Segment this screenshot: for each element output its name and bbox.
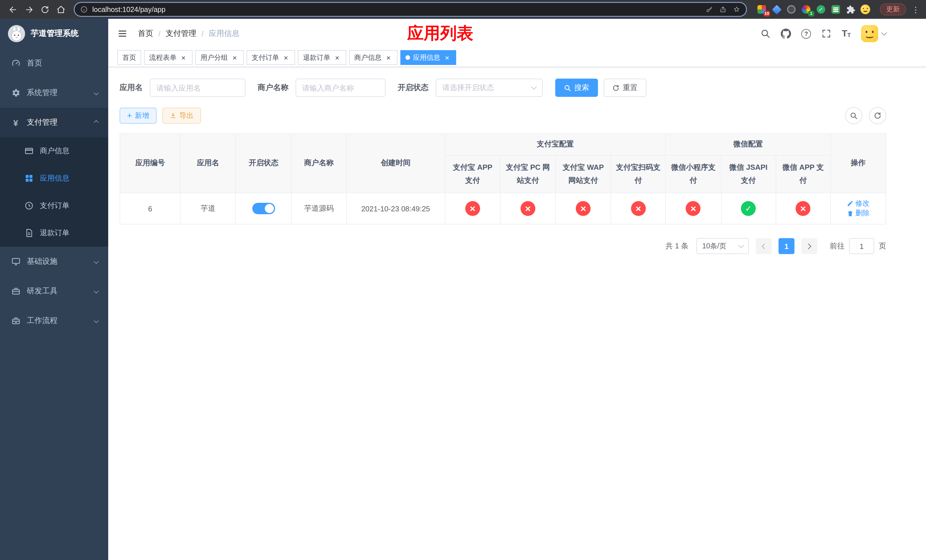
sidebar-item-workflow[interactable]: 工作流程 (0, 306, 108, 336)
close-icon[interactable] (231, 53, 239, 62)
sidebar-item-label: 系统管理 (27, 88, 88, 98)
next-page-button[interactable] (801, 238, 817, 254)
app-name-input[interactable] (150, 79, 245, 97)
extension-icon[interactable] (787, 5, 796, 14)
pagination-total: 共 1 条 (666, 241, 688, 251)
chevron-down-icon (94, 259, 99, 264)
prev-page-button[interactable] (756, 238, 772, 254)
gear-icon (11, 88, 21, 98)
add-button[interactable]: 新增 (120, 107, 157, 124)
sidebar-item-label: 研发工具 (27, 286, 88, 296)
sidebar-item-dev-tools[interactable]: 研发工具 (0, 276, 108, 306)
cell-actions: 修改 删除 (831, 193, 886, 224)
breadcrumb-separator: / (201, 29, 204, 38)
tab-user-group[interactable]: 用户分组 (195, 50, 244, 65)
toggle-search-button[interactable] (845, 107, 862, 124)
sidebar-item-system[interactable]: 系统管理 (0, 78, 108, 107)
search-button-label: 搜索 (574, 83, 589, 93)
add-button-label: 新增 (135, 111, 149, 121)
sidebar-toggle-button[interactable] (117, 28, 129, 39)
delete-link[interactable]: 删除 (847, 209, 870, 218)
extension-icon[interactable] (831, 5, 841, 14)
browser-update-button[interactable]: 更新 (880, 3, 906, 15)
status-select[interactable]: 请选择开启状态 (436, 79, 542, 97)
briefcase-icon (11, 316, 21, 325)
font-size-button[interactable]: TT (842, 29, 851, 38)
sidebar-item-infrastructure[interactable]: 基础设施 (0, 247, 108, 276)
search-button[interactable]: 搜索 (555, 79, 598, 97)
close-icon[interactable] (282, 53, 290, 62)
payment-submenu: 商户信息 应用信息 支付订单 (0, 137, 108, 247)
tab-pay-orders[interactable]: 支付订单 (247, 50, 295, 65)
close-icon[interactable] (179, 53, 188, 62)
status-toggle[interactable] (252, 203, 275, 214)
user-avatar-menu[interactable] (861, 25, 886, 42)
export-button[interactable]: 导出 (162, 107, 201, 124)
chevron-up-icon (94, 120, 99, 125)
reset-button[interactable]: 重置 (604, 79, 646, 97)
tab-merchant-info[interactable]: 商户信息 (349, 50, 398, 65)
close-icon[interactable] (443, 53, 451, 62)
github-link-button[interactable] (781, 29, 791, 39)
sidebar-item-merchant-info[interactable]: 商户信息 (0, 137, 108, 165)
cross-status-icon (465, 201, 480, 216)
password-key-icon[interactable] (706, 6, 713, 13)
site-info-icon[interactable] (80, 6, 88, 13)
col-header-merchant: 商户名称 (292, 133, 346, 193)
refresh-table-button[interactable] (869, 107, 886, 124)
extensions-menu-button[interactable] (846, 5, 855, 14)
search-icon (850, 112, 858, 120)
extension-icon[interactable] (772, 5, 781, 14)
address-bar[interactable]: localhost:1024/pay/app (74, 2, 747, 17)
sidebar-item-payment[interactable]: ¥ 支付管理 (0, 107, 108, 137)
col-header-alipay-pc: 支付宝 PC 网站支付 (500, 155, 555, 193)
chevron-down-icon (94, 318, 99, 323)
cell-wechat-app (776, 193, 830, 224)
edit-link[interactable]: 修改 (847, 198, 870, 208)
share-icon[interactable] (719, 6, 727, 13)
cell-app-id: 6 (120, 193, 180, 224)
close-icon[interactable] (333, 53, 341, 62)
goto-page-input[interactable] (849, 238, 874, 254)
tab-process-form[interactable]: 流程表单 (144, 50, 192, 65)
filter-status: 开启状态 请选择开启状态 (398, 79, 542, 97)
clock-order-icon (24, 201, 33, 210)
extension-icon[interactable]: 1 (801, 5, 811, 14)
back-button[interactable] (6, 2, 21, 17)
tab-home[interactable]: 首页 (117, 50, 141, 65)
col-header-alipay-app: 支付宝 APP 支付 (445, 155, 500, 193)
group-header-alipay: 支付宝配置 (445, 133, 666, 155)
header-search-button[interactable] (760, 29, 770, 39)
help-button[interactable]: ? (801, 29, 811, 38)
sidebar: 芋道管理系统 首页 系统管理 ¥ (0, 19, 108, 560)
tab-label: 流程表单 (149, 53, 177, 62)
filter-form: 应用名 商户名称 开启状态 请选择开启状态 (120, 79, 886, 97)
extension-icon[interactable]: 10 (757, 5, 767, 14)
top-navbar: 首页 / 支付管理 / 应用信息 应用列表 ? (108, 19, 926, 48)
sidebar-item-home[interactable]: 首页 (0, 48, 108, 78)
tab-app-info[interactable]: 应用信息 (400, 50, 456, 65)
table-toolbar: 新增 导出 (120, 107, 886, 124)
close-icon[interactable] (384, 53, 392, 62)
sidebar-item-refund-orders[interactable]: 退款订单 (0, 219, 108, 247)
reload-button[interactable] (38, 2, 52, 17)
home-button[interactable] (53, 2, 68, 17)
tab-refund-orders[interactable]: 退款订单 (298, 50, 346, 65)
breadcrumb-home[interactable]: 首页 (138, 29, 153, 39)
delete-label: 删除 (855, 209, 870, 218)
breadcrumb-payment[interactable]: 支付管理 (166, 29, 197, 39)
browser-menu-button[interactable]: ⋮ (911, 5, 920, 14)
browser-profile-avatar[interactable] (861, 5, 870, 14)
fullscreen-button[interactable] (821, 29, 831, 39)
sidebar-item-app-info[interactable]: 应用信息 (0, 165, 108, 192)
page-number-1[interactable]: 1 (779, 238, 794, 254)
merchant-name-input[interactable] (295, 79, 385, 97)
sidebar-logo-row[interactable]: 芋道管理系统 (0, 19, 108, 48)
bookmark-star-icon[interactable] (733, 6, 740, 13)
extension-icon[interactable] (816, 5, 826, 14)
sidebar-item-label: 支付订单 (40, 201, 100, 211)
tab-label: 商户信息 (354, 53, 381, 62)
forward-button[interactable] (22, 2, 36, 17)
page-size-select[interactable]: 10条/页 (696, 238, 749, 254)
sidebar-item-pay-orders[interactable]: 支付订单 (0, 192, 108, 219)
